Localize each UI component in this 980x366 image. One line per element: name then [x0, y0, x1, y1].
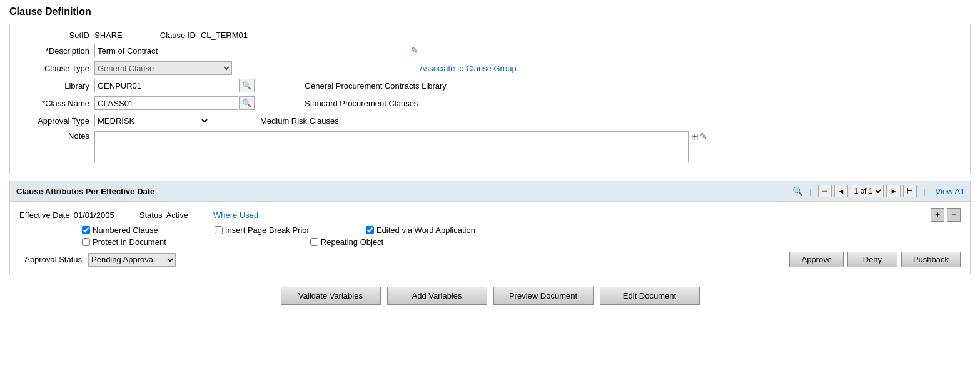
page-title: Clause Definition	[9, 6, 971, 17]
edit-document-button[interactable]: Edit Document	[600, 287, 700, 305]
clause-id-value: CL_TERM01	[201, 31, 248, 40]
approval-type-label: Approval Type	[19, 116, 94, 126]
library-input[interactable]	[94, 79, 238, 92]
checkbox-row2: Protect in Document Repeating Object	[82, 237, 961, 247]
setid-label: SetID	[19, 31, 94, 40]
nav-last-button[interactable]: ⊢	[903, 185, 917, 197]
approval-type-desc: Medium Risk Clauses	[260, 116, 339, 126]
notes-icons: ⊞ ✎	[691, 131, 707, 141]
approval-status-select[interactable]: Pending Approva	[88, 253, 176, 267]
attributes-section: Clause Attributes Per Effective Date 🔍 |…	[9, 181, 971, 274]
insert-page-break-checkbox-item: Insert Page Break Prior	[215, 225, 310, 235]
effective-date-value: 01/01/2005	[74, 210, 114, 220]
class-desc: Standard Procurement Clauses	[305, 99, 418, 108]
edited-via-word-checkbox[interactable]	[366, 226, 374, 234]
class-name-input[interactable]	[94, 96, 238, 110]
clause-type-row: Clause Type General Clause Associate to …	[19, 61, 961, 75]
library-search-button[interactable]: 🔍	[239, 79, 255, 92]
class-search-button[interactable]: 🔍	[239, 96, 255, 110]
setid-row: SetID SHARE Clause ID CL_TERM01	[19, 31, 961, 40]
protect-in-doc-checkbox-item: Protect in Document	[82, 237, 166, 247]
setid-value: SHARE	[94, 31, 123, 40]
validate-variables-button[interactable]: Validate Variables	[281, 287, 381, 305]
attr-row1: Effective Date 01/01/2005 Status Active …	[19, 208, 961, 222]
nav-prev-button[interactable]: ◄	[834, 185, 849, 197]
class-name-row: *Class Name 🔍 Standard Procurement Claus…	[19, 96, 961, 110]
notes-edit-icon[interactable]: ✎	[700, 131, 707, 141]
checkbox-row1: Numbered Clause Insert Page Break Prior …	[82, 225, 961, 235]
status-label: Status	[139, 210, 163, 220]
description-row: *Description ✎	[19, 44, 961, 57]
library-label: Library	[19, 81, 94, 91]
notes-textarea[interactable]	[94, 131, 689, 162]
view-all-link[interactable]: View All	[936, 187, 964, 196]
approval-status-label: Approval Status	[19, 255, 82, 264]
form-section: SetID SHARE Clause ID CL_TERM01 *Descrip…	[9, 24, 971, 174]
repeating-object-checkbox[interactable]	[310, 238, 318, 246]
attributes-body: Effective Date 01/01/2005 Status Active …	[10, 202, 970, 274]
library-row: Library 🔍 General Procurement Contracts …	[19, 79, 961, 92]
notes-row: Notes ⊞ ✎	[19, 131, 961, 162]
approval-status-row: Approval Status Pending Approva Approve …	[19, 252, 961, 267]
notes-expand-icon[interactable]: ⊞	[691, 131, 699, 141]
notes-label: Notes	[19, 131, 94, 141]
preview-document-button[interactable]: Preview Document	[493, 287, 594, 305]
effective-date-label: Effective Date	[19, 210, 70, 220]
numbered-clause-checkbox-item: Numbered Clause	[82, 225, 158, 235]
numbered-clause-checkbox[interactable]	[82, 226, 90, 234]
approval-type-row: Approval Type MEDRISK Medium Risk Clause…	[19, 114, 961, 127]
add-row-button[interactable]: +	[931, 208, 944, 222]
protect-in-doc-label: Protect in Document	[93, 237, 166, 247]
clause-id-label: Clause ID	[160, 31, 196, 40]
action-buttons: Approve Deny Pushback	[789, 252, 961, 267]
numbered-clause-label: Numbered Clause	[93, 225, 158, 235]
add-variables-button[interactable]: Add Variables	[387, 287, 487, 305]
attributes-header-title: Clause Attributes Per Effective Date	[16, 187, 792, 196]
approval-type-select[interactable]: MEDRISK	[94, 114, 210, 127]
description-edit-icon[interactable]: ✎	[411, 46, 418, 56]
repeating-object-checkbox-item: Repeating Object	[310, 237, 383, 247]
status-value: Active	[166, 210, 188, 220]
associate-to-clause-group-link[interactable]: Associate to Clause Group	[420, 64, 517, 73]
edited-via-word-label: Edited via Word Application	[376, 225, 475, 235]
separator2: |	[923, 187, 925, 196]
approve-button[interactable]: Approve	[789, 252, 843, 267]
pushback-button[interactable]: Pushback	[901, 252, 961, 267]
description-label: *Description	[19, 46, 94, 56]
nav-count-select[interactable]: 1 of 1	[851, 185, 884, 197]
clause-type-select[interactable]: General Clause	[94, 61, 232, 75]
remove-row-button[interactable]: −	[947, 208, 961, 222]
nav-controls: 🔍 | ⊣ ◄ 1 of 1 ► ⊢ | View All	[792, 185, 964, 197]
bottom-buttons: Validate Variables Add Variables Preview…	[9, 280, 971, 311]
search-nav-icon[interactable]: 🔍	[792, 186, 803, 196]
nav-first-button[interactable]: ⊣	[818, 185, 832, 197]
attributes-header: Clause Attributes Per Effective Date 🔍 |…	[10, 181, 970, 202]
insert-page-break-label: Insert Page Break Prior	[225, 225, 310, 235]
insert-page-break-checkbox[interactable]	[215, 226, 223, 234]
clause-type-label: Clause Type	[19, 64, 94, 73]
edited-via-word-checkbox-item: Edited via Word Application	[366, 225, 475, 235]
separator1: |	[809, 187, 811, 196]
library-desc: General Procurement Contracts Library	[305, 81, 447, 91]
deny-button[interactable]: Deny	[847, 252, 897, 267]
page-wrapper: Clause Definition SetID SHARE Clause ID …	[0, 0, 980, 366]
class-name-label: *Class Name	[19, 99, 94, 108]
repeating-object-label: Repeating Object	[321, 237, 383, 247]
nav-next-button[interactable]: ►	[886, 185, 901, 197]
where-used-link[interactable]: Where Used	[213, 210, 258, 220]
plus-minus-controls: + −	[931, 208, 961, 222]
protect-in-doc-checkbox[interactable]	[82, 238, 90, 246]
description-input[interactable]	[94, 44, 407, 57]
